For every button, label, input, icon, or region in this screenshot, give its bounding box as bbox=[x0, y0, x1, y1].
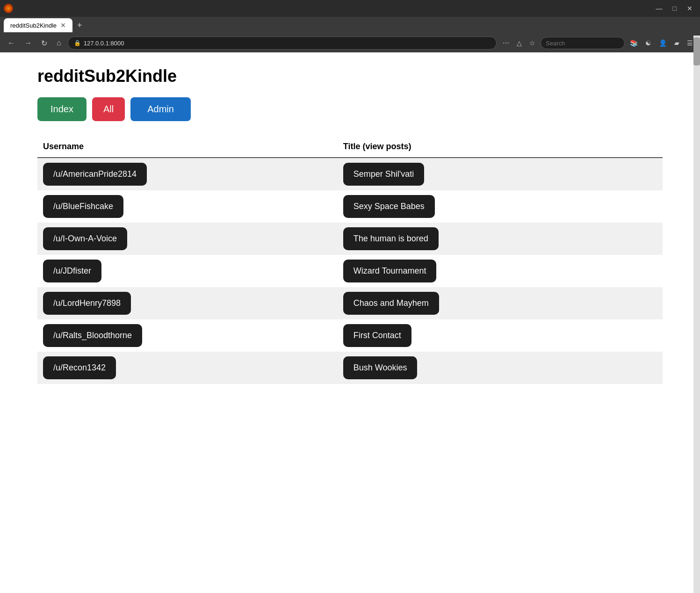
title-column-header: Title (view posts) bbox=[338, 138, 663, 158]
title-cell: First Contact bbox=[338, 319, 663, 352]
table-row: /u/LordHenry7898Chaos and Mayhem bbox=[37, 287, 663, 319]
title-cell: Wizard Tournament bbox=[338, 255, 663, 287]
table-row: /u/Recon1342Bush Wookies bbox=[37, 352, 663, 384]
table-row: /u/JDfisterWizard Tournament bbox=[37, 255, 663, 287]
sync-button[interactable]: ☯ bbox=[643, 38, 654, 48]
all-button[interactable]: All bbox=[92, 97, 125, 121]
username-button[interactable]: /u/JDfister bbox=[43, 260, 101, 282]
title-cell: The human is bored bbox=[338, 223, 663, 255]
table-header: Username Title (view posts) bbox=[37, 138, 663, 158]
title-cell: Chaos and Mayhem bbox=[338, 287, 663, 319]
username-button[interactable]: /u/LordHenry7898 bbox=[43, 292, 131, 315]
username-cell: /u/I-Own-A-Voice bbox=[37, 223, 338, 255]
browser-chrome: — □ ✕ redditSub2Kindle ✕ + ← → ↻ ⌂ 🔒 127… bbox=[0, 0, 700, 52]
page-content: redditSub2Kindle Index All Admin Usernam… bbox=[0, 52, 700, 398]
browser-logo-icon bbox=[4, 4, 13, 13]
title-cell: Semper Shil'vati bbox=[338, 158, 663, 190]
address-bar[interactable]: 🔒 127.0.0.1:8000 bbox=[68, 36, 497, 50]
window-title-left bbox=[4, 4, 13, 13]
table-row: /u/BlueFishcakeSexy Space Babes bbox=[37, 190, 663, 223]
username-cell: /u/Recon1342 bbox=[37, 352, 338, 384]
username-cell: /u/AmericanPride2814 bbox=[37, 158, 338, 190]
profile-button[interactable]: 👤 bbox=[657, 38, 669, 48]
title-button[interactable]: Semper Shil'vati bbox=[343, 163, 425, 186]
title-button[interactable]: Wizard Tournament bbox=[343, 260, 437, 282]
forward-button[interactable]: → bbox=[22, 37, 35, 49]
close-button[interactable]: ✕ bbox=[683, 4, 696, 13]
search-input[interactable] bbox=[541, 37, 625, 49]
data-table: Username Title (view posts) /u/AmericanP… bbox=[37, 138, 663, 384]
bookmark-button[interactable]: △ bbox=[514, 38, 524, 48]
table-row: /u/I-Own-A-VoiceThe human is bored bbox=[37, 223, 663, 255]
more-tools-button[interactable]: ⋯ bbox=[500, 38, 512, 48]
username-button[interactable]: /u/AmericanPride2814 bbox=[43, 163, 147, 186]
tab-close-icon[interactable]: ✕ bbox=[60, 22, 66, 29]
tab-title: redditSub2Kindle bbox=[10, 22, 57, 29]
title-button[interactable]: Bush Wookies bbox=[343, 356, 418, 379]
username-button[interactable]: /u/I-Own-A-Voice bbox=[43, 227, 127, 250]
home-button[interactable]: ⌂ bbox=[54, 37, 64, 49]
lock-icon: 🔒 bbox=[74, 40, 81, 46]
username-button[interactable]: /u/Recon1342 bbox=[43, 356, 116, 379]
username-cell: /u/JDfister bbox=[37, 255, 338, 287]
username-cell: /u/LordHenry7898 bbox=[37, 287, 338, 319]
maximize-button[interactable]: □ bbox=[669, 4, 680, 13]
table-row: /u/Ralts_BloodthorneFirst Contact bbox=[37, 319, 663, 352]
action-button-row: Index All Admin bbox=[37, 97, 663, 121]
new-tab-button[interactable]: + bbox=[74, 21, 85, 30]
table-row: /u/AmericanPride2814Semper Shil'vati bbox=[37, 158, 663, 190]
nav-actions: ⋯ △ ☆ 📚 ☯ 👤 ▰ ☰ bbox=[500, 37, 695, 49]
minimize-button[interactable]: — bbox=[652, 4, 666, 13]
nav-bar: ← → ↻ ⌂ 🔒 127.0.0.1:8000 ⋯ △ ☆ 📚 ☯ 👤 ▰ ☰ bbox=[0, 34, 700, 52]
admin-button[interactable]: Admin bbox=[130, 97, 191, 121]
window-controls: — □ ✕ bbox=[652, 4, 696, 13]
reload-button[interactable]: ↻ bbox=[38, 37, 50, 50]
tab-bar: redditSub2Kindle ✕ + bbox=[0, 17, 700, 34]
scrollbar[interactable] bbox=[693, 36, 700, 593]
index-button[interactable]: Index bbox=[37, 97, 87, 121]
back-button[interactable]: ← bbox=[5, 37, 18, 49]
username-button[interactable]: /u/BlueFishcake bbox=[43, 195, 123, 218]
title-cell: Bush Wookies bbox=[338, 352, 663, 384]
window-title-bar: — □ ✕ bbox=[0, 0, 700, 17]
title-button[interactable]: First Contact bbox=[343, 324, 411, 347]
favorites-icon[interactable]: ☆ bbox=[527, 38, 538, 48]
scrollbar-thumb[interactable] bbox=[693, 37, 700, 65]
title-button[interactable]: Chaos and Mayhem bbox=[343, 292, 439, 315]
title-button[interactable]: The human is bored bbox=[343, 227, 439, 250]
url-text: 127.0.0.1:8000 bbox=[84, 40, 124, 47]
extensions-button[interactable]: ▰ bbox=[672, 38, 682, 48]
active-tab[interactable]: redditSub2Kindle ✕ bbox=[4, 18, 72, 32]
username-button[interactable]: /u/Ralts_Bloodthorne bbox=[43, 324, 142, 347]
page-title: redditSub2Kindle bbox=[37, 66, 663, 86]
title-cell: Sexy Space Babes bbox=[338, 190, 663, 223]
username-column-header: Username bbox=[37, 138, 338, 158]
username-cell: /u/Ralts_Bloodthorne bbox=[37, 319, 338, 352]
title-button[interactable]: Sexy Space Babes bbox=[343, 195, 435, 218]
library-button[interactable]: 📚 bbox=[628, 38, 640, 48]
username-cell: /u/BlueFishcake bbox=[37, 190, 338, 223]
